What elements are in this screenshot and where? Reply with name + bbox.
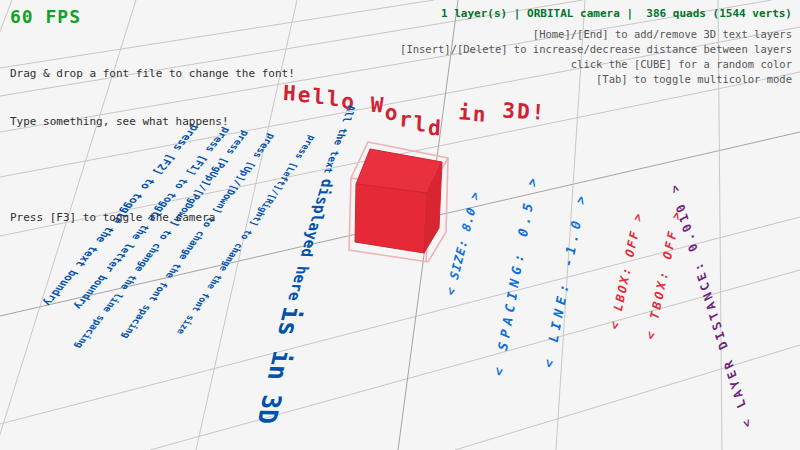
cube-front-face[interactable] [355,184,427,253]
fps-counter: 60 FPS [10,6,81,27]
hint-cube-color: click the [CUBE] for a random color [571,58,792,70]
hint-multicolor: [Tab] to toggle multicolor mode [596,73,792,85]
raylib-3d-text-demo-window: Hello World in 3D! press [F2] to toggle … [0,0,800,450]
info-block: Drag & drop a font file to change the fo… [10,34,295,258]
hint-distance: [Insert]/[Delete] to increase/decrease d… [400,43,792,55]
info-gap [10,162,295,178]
hint-layers: [Home]/[End] to add/remove 3D text layer… [533,28,792,40]
info-camera: Press [F3] to toggle the camera [10,210,295,226]
info-type: Type something, see what happens! [10,114,295,130]
stats-line: 1 layer(s) | ORBITAL camera | 386 quads … [441,7,792,20]
info-drag-drop: Drag & drop a font file to change the fo… [10,66,295,82]
cube[interactable] [355,149,442,253]
